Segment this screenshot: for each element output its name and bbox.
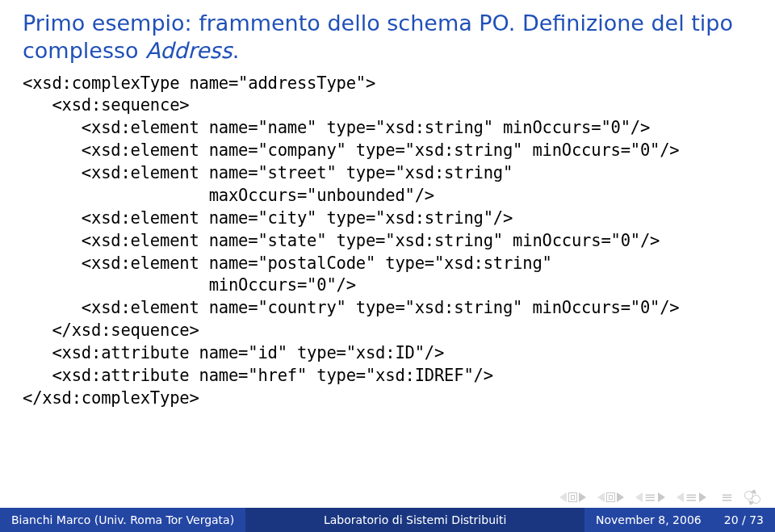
code-block: <xsd:complexType name="addressType"> <xs… <box>23 73 752 410</box>
miniframe-icon <box>568 492 577 502</box>
slide-title: Primo esempio: frammento dello schema PO… <box>23 10 752 65</box>
nav-prev-subsection-button[interactable]: ≡ <box>635 490 665 505</box>
beamer-nav-row: ≡ ≡ ≡ <box>559 490 760 505</box>
footer-date: November 8, 2006 <box>584 508 713 532</box>
nav-prev-section-button[interactable]: ≡ <box>677 490 706 505</box>
triangle-left-icon <box>635 492 643 502</box>
footer-author: Bianchi Marco (Univ. Roma Tor Vergata) <box>0 508 245 532</box>
triangle-right-icon <box>699 492 706 502</box>
footer-page: 20 / 73 <box>713 508 775 532</box>
triangle-right-icon <box>658 492 665 502</box>
triangle-left-icon <box>559 492 567 502</box>
triangle-right-icon <box>617 492 624 502</box>
triangle-left-icon <box>677 492 684 502</box>
title-text-end: . <box>232 38 240 63</box>
nav-prev-slide-button[interactable] <box>559 492 586 502</box>
equiv-icon: ≡ <box>685 490 698 505</box>
equiv-icon: ≡ <box>644 490 656 505</box>
title-text-italic: Address <box>145 38 232 63</box>
triangle-right-icon <box>579 492 586 502</box>
triangle-left-icon <box>597 492 605 502</box>
miniframe-icon <box>606 492 615 502</box>
title-text-plain: Primo esempio: frammento dello schema PO… <box>23 10 733 63</box>
loop-icon[interactable] <box>744 491 760 504</box>
footer-title: Laboratorio di Sistemi Distribuiti <box>245 508 584 532</box>
slide-container: Primo esempio: frammento dello schema PO… <box>0 0 775 532</box>
slide-content: Primo esempio: frammento dello schema PO… <box>0 0 775 508</box>
slide-footer: Bianchi Marco (Univ. Roma Tor Vergata) L… <box>0 508 775 532</box>
nav-prev-frame-button[interactable] <box>597 492 624 502</box>
equiv-icon: ≡ <box>721 490 733 505</box>
